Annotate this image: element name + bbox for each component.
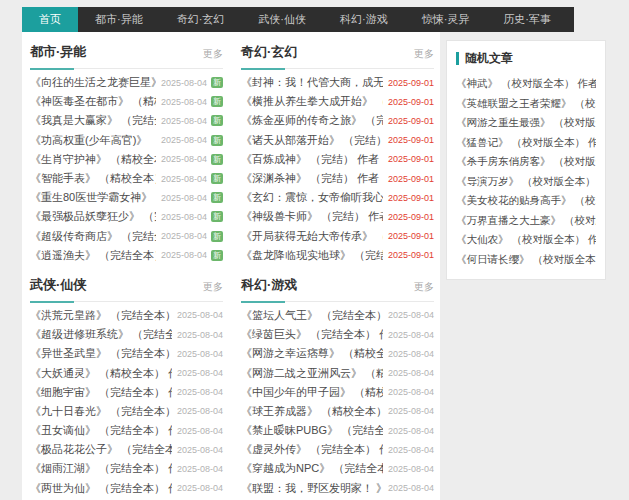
date-label: 2025-08-04 (388, 483, 434, 493)
sidebar-title: 随机文章 (465, 50, 513, 67)
book-link[interactable]: 《盘龙降临现实地球》 （完结） 作者：米高二 (241, 248, 383, 263)
book-link[interactable]: 《逍遥渔夫》 （完结全本） 作者：磐石 (30, 248, 156, 263)
sidebar-article-link[interactable]: 《导演万岁》 （校对版全本） 作者：张云 (456, 172, 596, 192)
book-link[interactable]: 《中国少年的甲子园》 （精校全本） 作者：纯血... (241, 385, 383, 400)
sidebar-article-link[interactable]: 《猛兽记》 （校对版全本） 作者：知秋 (456, 133, 596, 153)
book-link[interactable]: 《禁止暧昧PUBG》 （完结全本） 作者：照楠桃... (241, 423, 383, 438)
book-row: 《九十日春光》 （完结全本） 作者：风荷游月2025-08-04 (30, 402, 223, 421)
nav-item[interactable]: 武侠·仙侠 (241, 7, 323, 32)
nav-item[interactable]: 科幻·游戏 (323, 7, 405, 32)
book-row: 《两世为仙》 （完结全本） 作者：托钵村夫2025-08-04 (30, 479, 223, 498)
book-link[interactable]: 《大妖通灵》 （精校全本） 作者：羽的法术书 (30, 366, 172, 381)
sidebar-article-link[interactable]: 《杀手房东俏房客》 （校对版全本） 作者：老... (456, 152, 596, 172)
section-wuxia: 武侠·仙侠 更多 《洪荒元皇路》 （完结全本） 作者：流浪之光2025-08-0… (30, 265, 223, 498)
book-link[interactable]: 《两世为仙》 （完结全本） 作者：托钵村夫 (30, 481, 172, 496)
new-badge: 新 (211, 154, 223, 165)
book-link[interactable]: 《九十日春光》 （完结全本） 作者：风荷游月 (30, 404, 172, 419)
book-link[interactable]: 《神医毒圣在都市》 （精校全本） 作者：在路上... (30, 94, 156, 109)
book-link[interactable]: 《联盟：我，野区发明家！ 》 （完结全本） 作者... (241, 481, 383, 496)
random-articles-card: 随机文章 《神武》 （校对版全本） 作者：武夜《英雄联盟之王者荣耀》 （校对版全… (446, 40, 606, 280)
book-link[interactable]: 《极品花花公子》 （完结全本） 作者：毒液的甜 (30, 442, 172, 457)
new-badge: 新 (211, 96, 223, 107)
book-row: 《球王养成器》 （精校全本） 作者：皇上万万岁2025-08-04 (241, 402, 434, 421)
book-link[interactable]: 《网游之幸运痞尊》 （精校全本） 作者：一路单行 (241, 346, 383, 361)
book-lists-panel: 都市·异能 更多 《向往的生活之龙赛巨星》 （完结全本） 作者：...2025-… (22, 32, 440, 500)
book-link[interactable]: 《丑女谪仙》 （完结全本） 作者：南兹蜜儿 (30, 423, 172, 438)
book-row: 《网游二战之亚洲风云》 （精校全本） 作者：天...2025-08-04 (241, 363, 434, 382)
date-label: 2025-08-04 (177, 330, 223, 340)
nav-item[interactable]: 惊悚·灵异 (405, 7, 487, 32)
book-row: 《我真是大赢家》 （完结全本） 作者：陈二发2025-08-04新 (30, 111, 223, 130)
sidebar-article-link[interactable]: 《神武》 （校对版全本） 作者：武夜 (456, 74, 596, 94)
row-top: 都市·异能 更多 《向往的生活之龙赛巨星》 （完结全本） 作者：...2025-… (30, 32, 434, 265)
section-marker-icon (456, 52, 459, 65)
sidebar-article-link[interactable]: 《美女校花的贴身高手》 （校对版全本） 作者... (456, 191, 596, 211)
book-link[interactable]: 《智能手表》 （精校全本） 作者：床上王爷 (30, 171, 156, 186)
sidebar-article-link[interactable]: 《何日请长缨》 （校对版全本） 作者：齐橙 (456, 250, 596, 270)
book-link[interactable]: 《球王养成器》 （精校全本） 作者：皇上万万岁 (241, 404, 383, 419)
book-row: 《生肖守护神》 （精校全本） 作者：唐家三少2025-08-04新 (30, 150, 223, 169)
book-link[interactable]: 《重生80医世学霸女神》 （完结全本） 作者：... (30, 190, 156, 205)
nav-item[interactable]: 首页 (22, 7, 78, 32)
book-row: 《虚灵外传》 （完结全本） 作者：墨贱忆2025-08-04 (241, 440, 434, 459)
book-link[interactable]: 《最强极品妖孽狂少》 （完结全本） 作者：王胤... (30, 209, 156, 224)
more-link[interactable]: 更多 (414, 280, 434, 294)
date-label: 2025-09-01 (388, 135, 434, 145)
nav-item[interactable]: 奇幻·玄幻 (160, 7, 242, 32)
book-link[interactable]: 《封神：我！代管大商，成无上神朝》 （完... (241, 75, 383, 90)
book-row: 《深渊杀神》 （完结） 作者：余云飞2025-09-01 (241, 169, 434, 188)
book-link[interactable]: 《玄幻：震惊，女帝偷听我心声》 （完结） ... (241, 190, 383, 205)
date-label: 2025-08-04 (388, 426, 434, 436)
book-link[interactable]: 《超级传奇商店》 （完结全本） 作者：二将 (30, 229, 156, 244)
book-link[interactable]: 《横推从养生拳大成开始》 （完结） 作者：... (241, 94, 383, 109)
book-link[interactable]: 《功高权重(少年高官)》 （精校全本） 作者：老... (30, 133, 156, 148)
book-row: 《联盟：我，野区发明家！ 》 （完结全本） 作者...2025-08-04 (241, 479, 434, 498)
sidebar-article-link[interactable]: 《英雄联盟之王者荣耀》 （校对版全本） 作者... (456, 94, 596, 114)
book-link[interactable]: 《烟雨江湖》 （完结全本） 作者：卧龙生 (30, 461, 172, 476)
date-label: 2025-08-04 (388, 387, 434, 397)
more-link[interactable]: 更多 (203, 47, 223, 61)
book-link[interactable]: 《炼金巫师的传奇之旅》 （完结） 作者：孤烦 (241, 113, 383, 128)
nav-item[interactable]: 都市·异能 (78, 7, 160, 32)
date-label: 2025-09-01 (388, 97, 434, 107)
book-link[interactable]: 《神级兽卡师》 （完结） 作者：周福 (241, 209, 383, 224)
book-row: 《超级进修班系统》 （完结全本） 作者：诸君与...2025-08-04 (30, 325, 223, 344)
book-link[interactable]: 《穿越成为NPC》 （完结全本） 作者：网络转载 (241, 461, 383, 476)
date-label: 2025-08-04 (177, 464, 223, 474)
sidebar-article-link[interactable]: 《万界直播之大土豪》 （校对版全本） 作者：... (456, 211, 596, 231)
book-link[interactable]: 《细胞宇宙》 （完结全本） 作者：青灯路 (30, 385, 172, 400)
book-link[interactable]: 《篮坛人气王》 （完结全本） 作者：减子哥哥 (241, 308, 383, 323)
nav-item[interactable]: 历史·军事 (486, 7, 568, 32)
book-list: 《向往的生活之龙赛巨星》 （完结全本） 作者：...2025-08-04新《神医… (30, 69, 223, 265)
book-row: 《盘龙降临现实地球》 （完结） 作者：米高二2025-09-01 (241, 246, 434, 265)
sidebar-article-link[interactable]: 《大仙农》 （校对版全本） 作者：冰火阑珊 (456, 230, 596, 250)
book-link[interactable]: 《诸天从部落开始》 （完结） 作者：半瓶 (241, 133, 383, 148)
book-link[interactable]: 《洪荒元皇路》 （完结全本） 作者：流浪之光 (30, 308, 172, 323)
book-link[interactable]: 《深渊杀神》 （完结） 作者：余云飞 (241, 171, 383, 186)
book-link[interactable]: 《网游二战之亚洲风云》 （精校全本） 作者：天... (241, 366, 383, 381)
book-link[interactable]: 《向往的生活之龙赛巨星》 （完结全本） 作者：... (30, 75, 156, 90)
section-title: 武侠·仙侠 (30, 276, 86, 294)
book-link[interactable]: 《异世圣武皇》 （完结全本） 作者：浅水捉鱼 (30, 346, 172, 361)
book-link[interactable]: 《生肖守护神》 （精校全本） 作者：唐家三少 (30, 152, 156, 167)
book-link[interactable]: 《我真是大赢家》 （完结全本） 作者：陈二发 (30, 113, 156, 128)
book-row: 《横推从养生拳大成开始》 （完结） 作者：...2025-09-01 (241, 92, 434, 111)
book-row: 《玄幻：震惊，女帝偷听我心声》 （完结） ...2025-09-01 (241, 188, 434, 207)
date-label: 2025-08-04 (177, 445, 223, 455)
book-link[interactable]: 《虚灵外传》 （完结全本） 作者：墨贱忆 (241, 442, 383, 457)
more-link[interactable]: 更多 (203, 280, 223, 294)
date-label: 2025-08-04 (161, 212, 207, 222)
book-link[interactable]: 《超级进修班系统》 （完结全本） 作者：诸君与... (30, 327, 172, 342)
book-link[interactable]: 《开局获得无始大帝传承》 （完结） 作者：... (241, 229, 383, 244)
book-link[interactable]: 《百炼成神》 （完结） 作者：恩赐解脱 (241, 152, 383, 167)
date-label: 2025-08-04 (388, 406, 434, 416)
date-label: 2025-08-04 (161, 97, 207, 107)
book-link[interactable]: 《绿茵巨头》 （完结全本） 作者：空念惊海 (241, 327, 383, 342)
date-label: 2025-09-01 (388, 193, 434, 203)
section-title: 都市·异能 (30, 43, 86, 61)
date-label: 2025-08-04 (161, 154, 207, 164)
more-link[interactable]: 更多 (414, 47, 434, 61)
new-badge: 新 (211, 211, 223, 222)
sidebar-article-link[interactable]: 《网游之重生最强》 （校对版全本） 作者：非... (456, 113, 596, 133)
row-middle: 武侠·仙侠 更多 《洪荒元皇路》 （完结全本） 作者：流浪之光2025-08-0… (30, 265, 434, 498)
